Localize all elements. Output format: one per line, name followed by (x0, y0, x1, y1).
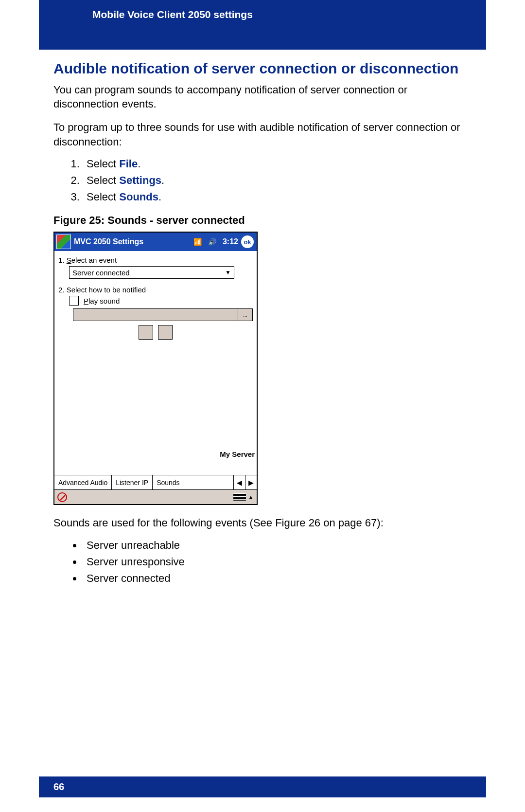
link-file: File (119, 158, 138, 170)
steps-list: Select File. Select Settings. Select Sou… (53, 158, 472, 203)
link-sounds: Sounds (119, 191, 158, 203)
play-sound-label: Play sound (84, 297, 120, 305)
step-3: Select Sounds. (83, 191, 472, 203)
pda-titlebar: MVC 2050 Settings 📶 🔊 3:12 ok (54, 233, 257, 251)
pda-screenshot: MVC 2050 Settings 📶 🔊 3:12 ok 1. Select … (53, 232, 258, 505)
no-entry-icon[interactable] (57, 492, 67, 502)
step-2: Select Settings. (83, 174, 472, 187)
sound-file-field[interactable] (73, 308, 238, 321)
page-number: 66 (53, 781, 64, 792)
events-list: Server unreachable Server unresponsive S… (53, 539, 472, 585)
ok-button[interactable]: ok (241, 235, 254, 248)
event-connected: Server connected (83, 572, 472, 585)
pda-bottombar: ▲ (54, 489, 257, 504)
sip-up-icon[interactable]: ▲ (248, 494, 254, 501)
clock-time: 3:12 (223, 237, 238, 246)
step2-label: 2. Select how to be notified (58, 286, 253, 294)
event-unreachable: Server unreachable (83, 539, 472, 552)
signal-icon[interactable]: 📶 (192, 236, 203, 247)
speaker-icon[interactable]: 🔊 (207, 236, 218, 247)
event-unresponsive: Server unresponsive (83, 556, 472, 568)
tab-scroll-left[interactable]: ◀ (233, 475, 245, 489)
tab-listener-ip[interactable]: Listener IP (112, 475, 153, 489)
pda-tabstrip: Advanced Audio Listener IP Sounds ◀ ▶ (54, 475, 257, 489)
footer-bar: 66 (39, 776, 486, 797)
play-sound-row: Play sound (69, 296, 253, 306)
step-1: Select File. (83, 158, 472, 170)
play-button[interactable] (139, 325, 153, 340)
event-dropdown[interactable]: Server connected ▼ (69, 266, 234, 279)
step1-label: 1. Select an event (58, 256, 253, 264)
pda-app-title: MVC 2050 Settings (74, 237, 143, 246)
tab-advanced-audio[interactable]: Advanced Audio (54, 475, 112, 489)
pda-body: 1. Select an event Server connected ▼ 2.… (54, 251, 257, 475)
header-title: Mobile Voice Client 2050 settings (92, 9, 253, 20)
windows-flag-icon[interactable] (56, 235, 71, 249)
intro-paragraph-2: To program up to three sounds for use wi… (53, 120, 472, 149)
browse-button[interactable]: ... (238, 308, 253, 321)
tab-scroll-right[interactable]: ▶ (245, 475, 257, 489)
chevron-down-icon: ▼ (225, 269, 231, 276)
section-title: Audible notification of server connectio… (53, 59, 472, 78)
my-server-label: My Server (220, 450, 255, 458)
event-dropdown-value: Server connected (72, 269, 130, 277)
header-bar: Mobile Voice Client 2050 settings (39, 0, 486, 50)
figure-caption: Figure 25: Sounds - server connected (53, 214, 472, 227)
tab-sounds[interactable]: Sounds (153, 475, 184, 489)
intro-paragraph-1: You can program sounds to accompany noti… (53, 83, 472, 111)
play-sound-checkbox[interactable] (69, 296, 79, 306)
stop-button[interactable] (158, 325, 173, 340)
keyboard-icon[interactable] (233, 493, 246, 501)
link-settings: Settings (119, 174, 161, 186)
after-figure-text: Sounds are used for the following events… (53, 516, 472, 530)
